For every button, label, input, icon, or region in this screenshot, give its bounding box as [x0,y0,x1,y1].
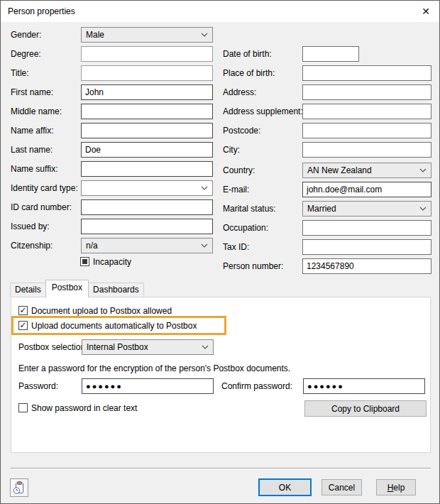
close-icon[interactable]: ✕ [418,4,434,19]
password-input[interactable] [82,378,214,394]
citzenship-value: n/a [86,241,98,251]
chevron-down-icon [419,168,427,172]
name-suffix-label: Name suffix: [11,164,57,174]
chevron-down-icon [201,186,208,190]
dialog-title: Person properties [8,6,75,16]
check-icon: ✓ [19,322,26,329]
postcode-input[interactable] [302,123,431,138]
email-label: E-mail: [223,185,249,195]
person-number-label: Person number: [223,261,283,271]
help-button-rest: elp [393,483,405,493]
postcode-label: Postcode: [223,126,260,136]
date-of-birth-input[interactable] [302,46,359,62]
tab-dashboards[interactable]: Dashboards [88,283,144,297]
date-of-birth-label: Date of birth: [223,49,272,59]
address-input[interactable] [302,84,431,100]
indeterminate-mark [82,259,87,264]
tax-id-input[interactable] [302,239,431,255]
help-button-accel: H [387,483,394,493]
title-label: Title: [11,68,29,78]
gender-label: Gender: [11,30,41,40]
chevron-down-icon [201,243,208,248]
name-suffix-input[interactable] [81,161,213,177]
place-of-birth-input[interactable] [302,65,431,81]
marital-status-value: Married [307,204,336,214]
occupation-label: Occupation: [223,223,268,233]
first-name-label: First name: [11,87,53,97]
footer-separator [11,468,431,469]
gender-value: Male [86,30,104,40]
name-affix-label: Name affix: [11,126,53,136]
clipboard-history-button[interactable] [10,478,28,497]
incapacity-label: Incapacity [93,257,131,267]
email-input[interactable] [302,182,431,197]
identity-card-type-select[interactable] [81,180,213,196]
upload-auto-label: Upload documents automatically to Postbo… [31,321,197,331]
degree-input[interactable] [81,46,213,62]
copy-to-clipboard-button[interactable]: Copy to Clipboard [304,400,427,417]
tax-id-label: Tax ID: [223,242,249,252]
country-select[interactable]: AN New Zealand [302,163,431,178]
country-label: Country: [223,165,255,175]
name-affix-input[interactable] [81,123,213,138]
tab-strip: Details Postbox Dashboards [10,280,144,297]
postbox-selection-select[interactable]: Internal Postbox [82,339,214,355]
degree-label: Degree: [11,49,41,59]
password-info-text: Enter a password for the encryption of t… [18,363,290,373]
last-name-input[interactable] [81,142,213,158]
tab-postbox[interactable]: Postbox [45,280,89,297]
citzenship-select[interactable]: n/a [81,238,213,253]
middle-name-label: Middle name: [11,106,62,116]
citzenship-label: Citzenship: [11,241,53,251]
confirm-password-input[interactable] [303,378,425,394]
person-properties-dialog: Person properties ✕ Gender: Male Degree:… [0,0,440,504]
cancel-button[interactable]: Cancel [321,479,362,495]
show-password-checkbox[interactable] [18,403,28,412]
title-input[interactable] [81,65,213,81]
upload-allowed-label: Document upload to Postbox allowed [31,306,172,316]
gender-select[interactable]: Male [81,27,213,43]
check-icon: ✓ [19,307,26,314]
marital-status-select[interactable]: Married [302,201,431,217]
address-supplement-input[interactable] [302,104,431,119]
first-name-input[interactable] [81,84,213,100]
upload-auto-checkbox[interactable]: ✓ [18,321,28,330]
show-password-label: Show password in clear text [31,403,137,413]
confirm-password-label: Confirm password: [221,381,292,391]
city-label: City: [223,145,240,155]
person-number-input[interactable] [302,258,431,274]
issued-by-input[interactable] [81,219,213,234]
last-name-label: Last name: [11,145,53,155]
id-card-number-label: ID card number: [11,202,72,212]
address-supplement-label: Address supplement: [223,106,303,116]
ok-button[interactable]: OK [258,478,312,496]
middle-name-input[interactable] [81,104,213,119]
country-value: AN New Zealand [307,165,372,175]
chevron-down-icon [201,33,208,37]
address-label: Address: [223,87,256,97]
postbox-selection-label: Postbox selection: [18,342,87,352]
chevron-down-icon [202,345,209,349]
occupation-input[interactable] [302,220,431,236]
incapacity-checkbox[interactable] [80,257,89,266]
password-label: Password: [18,381,58,391]
upload-allowed-checkbox[interactable]: ✓ [18,306,28,315]
tab-details[interactable]: Details [10,283,46,297]
help-button[interactable]: Help [376,479,416,495]
chevron-down-icon [419,207,427,211]
place-of-birth-label: Place of birth: [223,68,275,78]
marital-status-label: Marital status: [223,204,276,214]
id-card-number-input[interactable] [81,199,213,215]
identity-card-type-label: Identity card type: [11,183,78,193]
postbox-tab-panel: ✓ Document upload to Postbox allowed ✓ U… [11,297,431,453]
city-input[interactable] [302,142,431,158]
title-bar: Person properties ✕ [1,1,439,22]
postbox-selection-value: Internal Postbox [87,342,148,352]
clipboard-history-icon [12,481,26,495]
issued-by-label: Issued by: [11,221,50,231]
